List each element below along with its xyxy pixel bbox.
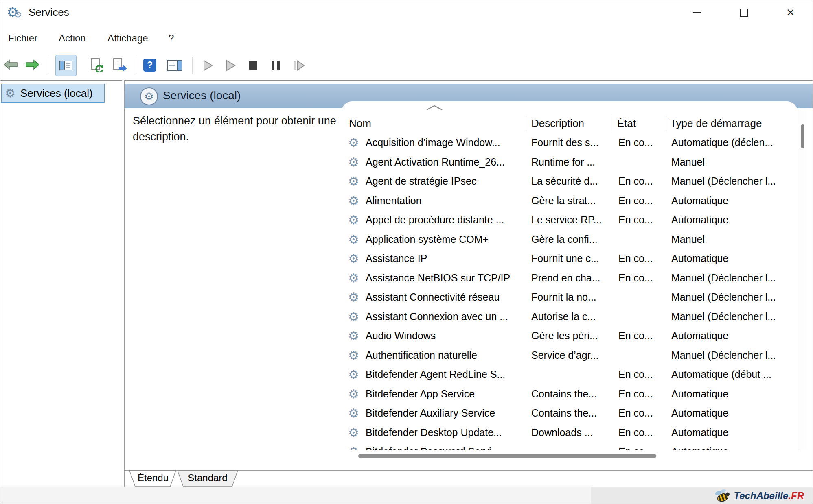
tree-item-label: Services (local) [20, 87, 93, 100]
maximize-button[interactable] [733, 3, 754, 22]
service-gear-icon: ⚙ [348, 442, 359, 450]
service-name: Appel de procédure distante ... [366, 210, 525, 230]
show-console-tree-button[interactable] [55, 55, 77, 76]
service-description: Fournit des s... [531, 133, 611, 153]
table-row[interactable]: ⚙ Appel de procédure distante ... Le ser… [342, 210, 798, 230]
service-description: Gère la confi... [531, 230, 611, 249]
column-header-type[interactable]: Type de démarrage [670, 115, 762, 131]
vertical-scrollbar-thumb[interactable] [801, 124, 804, 148]
service-description: Contains the... [531, 404, 611, 423]
maximize-icon [740, 9, 748, 17]
service-startup-type: Manuel (Déclencher l... [671, 307, 797, 327]
service-name: Application système COM+ [366, 230, 525, 249]
start-service-button[interactable] [203, 60, 213, 71]
table-row[interactable]: ⚙ Bitdefender Password Servi... En co...… [342, 442, 798, 450]
service-status: En co... [618, 404, 666, 423]
toolbar-separator [136, 57, 136, 74]
table-row[interactable]: ⚙ Agent de stratégie IPsec La sécurité d… [342, 172, 798, 191]
table-row[interactable]: ⚙ Assistant Connexion avec un ... Autori… [342, 307, 798, 327]
export-list-button[interactable] [112, 58, 128, 72]
help-icon: ? [143, 59, 156, 72]
toolbar-separator [192, 57, 193, 74]
table-row[interactable]: ⚙ Alimentation Gère la strat... En co...… [342, 191, 798, 211]
column-header-description[interactable]: Description [531, 115, 584, 131]
forward-button[interactable] [25, 59, 40, 70]
menu-affichage[interactable]: Affichage [105, 31, 151, 46]
service-status: En co... [618, 423, 666, 443]
horizontal-scrollbar-thumb[interactable] [358, 454, 656, 458]
tree-item-services-local[interactable]: ⚙ Services (local) [1, 84, 105, 103]
service-gear-icon: ⚙ [348, 172, 359, 191]
services-gear-icon: ⚙ [5, 86, 15, 100]
table-row[interactable]: ⚙ Assistant Connectivité réseau Fournit … [342, 288, 798, 307]
resume-service-button[interactable] [226, 60, 236, 71]
service-status: En co... [618, 384, 666, 404]
service-gear-icon: ⚙ [348, 133, 359, 153]
service-name: Bitdefender Auxiliary Service [366, 404, 525, 423]
service-gear-icon: ⚙ [348, 423, 359, 443]
table-row[interactable]: ⚙ Audio Windows Gère les péri... En co..… [342, 326, 798, 346]
tab-etendu[interactable]: Étendu [134, 472, 172, 484]
table-row[interactable]: ⚙ Acquisition d’image Window... Fournit … [342, 133, 798, 153]
minimize-button[interactable] [686, 3, 708, 22]
pause-service-icon [270, 60, 281, 71]
service-name: Alimentation [366, 191, 525, 211]
pause-service-button[interactable] [270, 60, 281, 71]
service-description: Fournit la no... [531, 288, 611, 307]
table-row[interactable]: ⚙ Bitdefender Agent RedLine S... En co..… [342, 365, 798, 384]
vertical-scrollbar[interactable] [799, 108, 806, 450]
close-button[interactable]: ✕ [780, 3, 801, 22]
service-gear-icon: ⚙ [348, 346, 359, 365]
column-header-etat[interactable]: État [617, 115, 636, 131]
service-status: En co... [618, 326, 666, 346]
column-header-nom[interactable]: Nom [349, 115, 371, 131]
service-gear-icon: ⚙ [348, 153, 359, 172]
service-name: Agent Activation Runtime_26... [366, 153, 525, 172]
service-description: Runtime for ... [531, 153, 611, 172]
service-startup-type: Manuel (Déclencher l... [671, 346, 797, 365]
service-name: Bitdefender Agent RedLine S... [366, 365, 525, 384]
service-status: En co... [618, 442, 666, 450]
service-gear-icon: ⚙ [348, 191, 359, 211]
stop-service-button[interactable] [248, 61, 258, 70]
forward-icon [25, 59, 40, 70]
service-description: La sécurité d... [531, 172, 611, 191]
menu-action[interactable]: Action [56, 31, 88, 46]
help-button[interactable]: ? [143, 59, 156, 72]
service-gear-icon: ⚙ [348, 268, 359, 288]
pane-header-gear-icon: ⚙ [140, 87, 158, 105]
service-startup-type: Automatique [671, 191, 797, 211]
close-icon: ✕ [786, 7, 795, 18]
service-startup-type: Automatique [671, 249, 797, 268]
console-tree-icon [59, 60, 72, 71]
table-row[interactable]: ⚙ Agent Activation Runtime_26... Runtime… [342, 153, 798, 172]
brand-name: TechAbeille [734, 490, 789, 501]
menu-bar: Fichier Action Affichage ? [0, 25, 813, 51]
table-row[interactable]: ⚙ Assistance NetBIOS sur TCP/IP Prend en… [342, 268, 798, 288]
menu-help[interactable]: ? [166, 31, 176, 46]
refresh-button[interactable] [90, 58, 104, 72]
menu-fichier[interactable]: Fichier [6, 31, 40, 46]
service-name: Bitdefender Desktop Update... [366, 423, 525, 443]
table-row[interactable]: ⚙ Assistance IP Fournit une c... En co..… [342, 249, 798, 268]
table-row[interactable]: ⚙ Bitdefender Auxiliary Service Contains… [342, 404, 798, 423]
service-gear-icon: ⚙ [348, 288, 359, 307]
table-row[interactable]: ⚙ Bitdefender Desktop Update... Download… [342, 423, 798, 443]
service-startup-type: Automatique (déclen... [671, 133, 797, 153]
service-status: En co... [618, 191, 666, 211]
service-description: Gère la strat... [531, 191, 611, 211]
service-startup-type: Automatique [671, 423, 797, 443]
back-button[interactable] [3, 59, 18, 70]
table-row[interactable]: ⚙ Bitdefender App Service Contains the..… [342, 384, 798, 404]
tab-standard[interactable]: Standard [184, 472, 231, 484]
toolbar: ? [0, 50, 813, 80]
service-name: Assistance IP [366, 249, 525, 268]
show-action-pane-button[interactable] [167, 59, 182, 72]
service-description: Fournit une c... [531, 249, 611, 268]
table-row[interactable]: ⚙ Authentification naturelle Service d’a… [342, 346, 798, 365]
restart-service-button[interactable] [293, 60, 305, 71]
brand-watermark: TechAbeille.FR [714, 488, 804, 504]
start-service-icon [203, 60, 213, 71]
service-startup-type: Manuel [671, 153, 797, 172]
table-row[interactable]: ⚙ Application système COM+ Gère la confi… [342, 230, 798, 249]
